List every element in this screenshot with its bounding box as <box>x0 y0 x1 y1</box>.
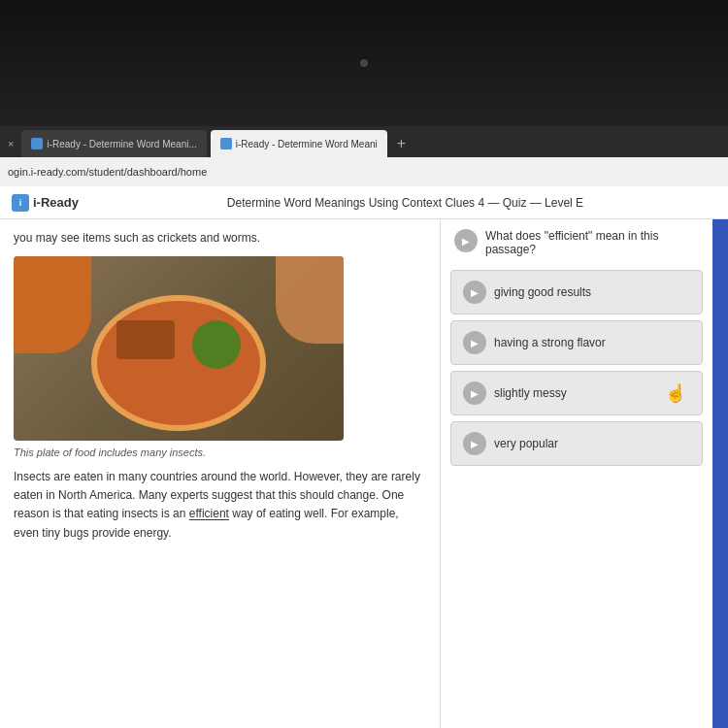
food-plate <box>91 295 266 431</box>
passage-intro: you may see items such as crickets and w… <box>14 229 426 247</box>
answer-option-1[interactable]: ▶ giving good results <box>450 270 703 314</box>
cursor-icon: ☝ <box>665 382 686 404</box>
option-4-text: very popular <box>494 437 558 450</box>
blue-sidebar <box>712 219 728 728</box>
tab-close-button[interactable]: × <box>8 138 14 149</box>
option-2-audio-icon: ▶ <box>471 338 479 348</box>
tab-inactive-label: i-Ready - Determine Word Meani... <box>47 139 196 149</box>
food-image <box>14 256 344 441</box>
logo-text: i-Ready <box>33 195 79 210</box>
lesson-title: Determine Word Meanings Using Context Cl… <box>94 196 716 210</box>
app-header: i i-Ready Determine Word Meanings Using … <box>0 186 728 219</box>
browser-chrome: × i-Ready - Determine Word Meani... i-Re… <box>0 126 728 186</box>
screen-container: × i-Ready - Determine Word Meani... i-Re… <box>0 0 728 728</box>
question-audio-button[interactable]: ▶ <box>454 229 478 252</box>
answer-option-3[interactable]: ▶ slightly messy ☝ <box>450 371 703 415</box>
tab-active[interactable]: i-Ready - Determine Word Meani <box>211 130 387 157</box>
option-2-audio-button[interactable]: ▶ <box>463 331 486 354</box>
tab-bar: × i-Ready - Determine Word Meani... i-Re… <box>0 126 728 157</box>
quiz-panel: ▶ What does "efficient" mean in this pas… <box>441 219 712 728</box>
option-1-text: giving good results <box>494 285 591 299</box>
passage-body: Insects are eaten in many countries arou… <box>14 468 426 543</box>
hand-right <box>276 256 344 344</box>
food-item-1 <box>116 320 175 359</box>
address-bar: ogin.i-ready.com/student/dashboard/home <box>0 157 728 186</box>
option-2-text: having a strong flavor <box>494 336 606 349</box>
address-url[interactable]: ogin.i-ready.com/student/dashboard/home <box>8 166 720 178</box>
option-3-audio-icon: ▶ <box>471 388 479 399</box>
tab-favicon-inactive <box>31 138 43 149</box>
answer-option-2[interactable]: ▶ having a strong flavor <box>450 320 703 365</box>
option-4-audio-button[interactable]: ▶ <box>463 432 486 455</box>
option-3-audio-button[interactable]: ▶ <box>463 381 486 405</box>
quiz-question: ▶ What does "efficient" mean in this pas… <box>450 229 703 256</box>
food-item-2 <box>192 320 241 369</box>
hand-left <box>14 256 91 353</box>
tab-favicon-active <box>220 138 232 149</box>
tab-active-label: i-Ready - Determine Word Meani <box>236 139 378 149</box>
question-audio-icon: ▶ <box>462 236 470 247</box>
image-caption: This plate of food includes many insects… <box>14 447 426 458</box>
answer-option-4[interactable]: ▶ very popular <box>450 421 703 466</box>
tab-inactive[interactable]: i-Ready - Determine Word Meani... <box>21 130 206 157</box>
camera <box>360 59 368 67</box>
option-1-audio-button[interactable]: ▶ <box>463 281 486 304</box>
main-content: you may see items such as crickets and w… <box>0 219 728 728</box>
question-text: What does "efficient" mean in this passa… <box>485 229 699 256</box>
option-3-text: slightly messy <box>494 386 567 400</box>
new-tab-button[interactable]: + <box>391 135 412 152</box>
efficient-word: efficient <box>189 507 229 520</box>
passage-panel: you may see items such as crickets and w… <box>0 219 441 728</box>
option-1-audio-icon: ▶ <box>471 287 479 298</box>
monitor-bezel <box>0 0 728 126</box>
iready-logo: i i-Ready <box>12 194 79 212</box>
logo-icon: i <box>12 194 29 212</box>
option-4-audio-icon: ▶ <box>471 439 479 449</box>
